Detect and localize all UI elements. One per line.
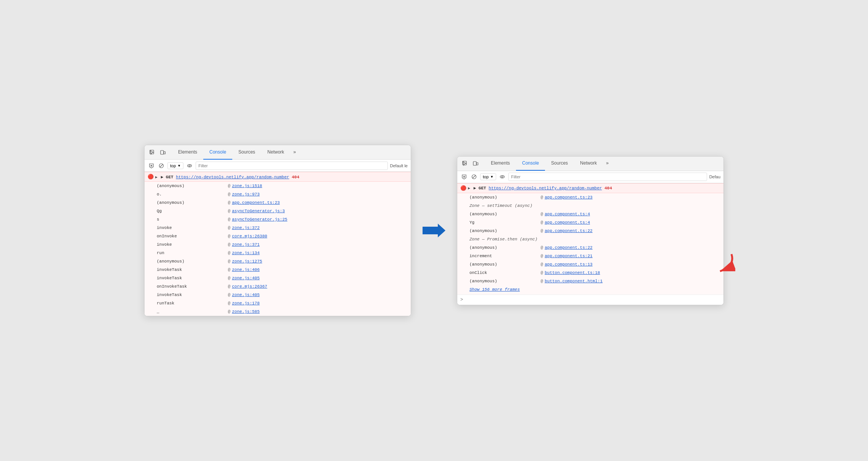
left-stack-frame: (anonymous) @ zone.js:1275	[145, 257, 411, 266]
tab-sources-right[interactable]: Sources	[545, 156, 574, 171]
left-stack-frame: _ @ zone.js:585	[145, 307, 411, 316]
right-error-text: ▶ ▶ GET https://ng-devtools.netlify.app/…	[468, 186, 612, 190]
right-console-content: 🔴 ▶ ▶ GET https://ng-devtools.netlify.ap…	[457, 183, 723, 305]
tab-console-right[interactable]: Console	[516, 156, 545, 171]
error-url-left[interactable]: https://ng-devtools.netlify.app/random-n…	[176, 175, 289, 179]
error-code-left: 404	[292, 175, 299, 179]
tab-console-left[interactable]: Console	[203, 145, 232, 160]
left-stack-frame: onInvokeTask @ core.mjs:26367	[145, 282, 411, 291]
right-stack-frame: Yg @ app.component.ts:4	[457, 218, 723, 227]
context-label-right: top	[483, 174, 489, 179]
right-stack-frame: (anonymous) @ button.component.html:1	[457, 277, 723, 285]
context-dropdown-icon-left: ▼	[177, 164, 181, 168]
left-stack-frame: invokeTask @ zone.js:405	[145, 274, 411, 282]
left-stack-frame: Qg @ asyncToGenerator.js:3	[145, 207, 411, 215]
filter-box-right[interactable]	[508, 173, 707, 181]
right-panel-wrapper: Elements Console Sources Network »	[457, 156, 724, 305]
device-icon-right[interactable]	[471, 159, 480, 168]
left-devtools-panel: Elements Console Sources Network »	[144, 145, 411, 316]
svg-rect-12	[477, 163, 478, 165]
context-selector-right[interactable]: top ▼	[480, 173, 496, 180]
error-url-right[interactable]: https://ng-devtools.netlify.app/random-n…	[489, 186, 602, 190]
left-stack-frame: runTask @ zone.js:178	[145, 299, 411, 307]
device-icon[interactable]	[158, 148, 167, 157]
clear-console-btn-left[interactable]	[148, 162, 155, 170]
left-stack-frame: (anonymous) @ zone.js:1518	[145, 182, 411, 190]
right-stack-frame: (anonymous) @ app.component.ts:4	[457, 210, 723, 218]
svg-rect-2	[164, 152, 166, 154]
left-stack-frame: invoke @ zone.js:372	[145, 224, 411, 232]
context-selector-left[interactable]: top ▼	[167, 162, 183, 169]
prompt-arrow-right: >	[460, 297, 463, 303]
prohibit-btn-right[interactable]	[470, 173, 478, 181]
right-stack-frame: onClick @ button.component.ts:18	[457, 269, 723, 277]
tab-network-left[interactable]: Network	[261, 145, 290, 160]
left-top-toolbar: Elements Console Sources Network »	[145, 145, 411, 160]
left-stack-frame: onInvoke @ core.mjs:26380	[145, 232, 411, 240]
context-label-left: top	[170, 163, 176, 168]
tab-elements-left[interactable]: Elements	[172, 145, 203, 160]
eye-btn-left[interactable]	[186, 162, 193, 170]
left-stack-frame: invoke @ zone.js:371	[145, 240, 411, 249]
right-stack-frame: (anonymous) @ app.component.ts:22	[457, 227, 723, 235]
right-error-row: 🔴 ▶ ▶ GET https://ng-devtools.netlify.ap…	[457, 183, 723, 193]
svg-rect-1	[161, 150, 164, 154]
prohibit-btn-left[interactable]	[158, 162, 165, 170]
left-console-content: 🔴 ▶ ▶ GET https://ng-devtools.netlify.ap…	[145, 172, 411, 316]
left-error-row: 🔴 ▶ ▶ GET https://ng-devtools.netlify.ap…	[145, 172, 411, 182]
error-icon-right: 🔴	[460, 185, 466, 191]
left-stack-frame: (anonymous) @ app.component.ts:23	[145, 198, 411, 207]
red-annotation-arrow	[701, 250, 735, 279]
clear-console-btn-right[interactable]	[460, 173, 468, 181]
left-stack-frame: o. @ zone.js:973	[145, 190, 411, 198]
right-console-toolbar: top ▼ Defau	[457, 171, 723, 183]
tab-sources-left[interactable]: Sources	[232, 145, 261, 160]
show-more-frames[interactable]: Show 156 more frames	[457, 285, 723, 295]
console-prompt-right: >	[457, 295, 723, 305]
left-stack-frame: run @ zone.js:134	[145, 249, 411, 257]
right-top-toolbar: Elements Console Sources Network »	[457, 157, 723, 171]
direction-arrow	[411, 224, 457, 237]
svg-line-7	[160, 164, 163, 167]
left-console-toolbar: top ▼ Default le	[145, 160, 411, 172]
left-stack-frames: (anonymous) @ zone.js:1518o. @ zone.js:9…	[145, 182, 411, 316]
left-stack-frame: invokeTask @ zone.js:406	[145, 266, 411, 274]
tab-more-right[interactable]: »	[603, 156, 612, 171]
default-levels-right: Defau	[709, 174, 720, 179]
right-stack-frame: (anonymous) @ app.component.ts:23	[457, 193, 723, 202]
right-stack-frames: (anonymous) @ app.component.ts:23Zone — …	[457, 193, 723, 285]
error-icon-left: 🔴	[148, 174, 154, 180]
filter-input-right[interactable]	[511, 174, 704, 179]
left-stack-frame: invokeTask @ zone.js:405	[145, 291, 411, 299]
screenshot-container: Elements Console Sources Network »	[144, 145, 724, 316]
get-label-left: ▶ GET	[161, 175, 174, 179]
cursor-icon[interactable]	[148, 148, 157, 157]
expand-icon-right[interactable]: ▶	[468, 186, 470, 190]
context-dropdown-icon-right: ▼	[490, 175, 493, 179]
filter-input-left[interactable]	[198, 163, 385, 168]
left-stack-frame: s @ asyncToGenerator.js:25	[145, 215, 411, 224]
left-error-text: ▶ ▶ GET https://ng-devtools.netlify.app/…	[155, 174, 299, 179]
svg-point-19	[502, 176, 503, 178]
tab-elements-right[interactable]: Elements	[485, 156, 516, 171]
right-stack-frame: increment @ app.component.ts:21	[457, 252, 723, 260]
svg-line-17	[473, 175, 476, 178]
eye-btn-right[interactable]	[498, 173, 506, 181]
cursor-icon-right[interactable]	[460, 159, 469, 168]
right-async-frame: Zone — setTimeout (async)	[457, 202, 723, 210]
right-stack-frame: (anonymous) @ app.component.ts:22	[457, 243, 723, 252]
default-levels-left: Default le	[390, 163, 408, 168]
expand-icon-left[interactable]: ▶	[155, 175, 158, 179]
svg-point-9	[189, 165, 190, 166]
right-stack-frame: (anonymous) @ app.component.ts:13	[457, 260, 723, 269]
right-async-frame: Zone — Promise.then (async)	[457, 235, 723, 243]
error-code-right: 404	[604, 186, 612, 190]
tab-network-right[interactable]: Network	[574, 156, 603, 171]
filter-box-left[interactable]	[196, 162, 387, 170]
get-label-right: ▶ GET	[474, 186, 486, 190]
svg-rect-11	[473, 162, 476, 165]
tab-more-left[interactable]: »	[290, 145, 299, 160]
right-devtools-panel: Elements Console Sources Network »	[457, 156, 724, 305]
